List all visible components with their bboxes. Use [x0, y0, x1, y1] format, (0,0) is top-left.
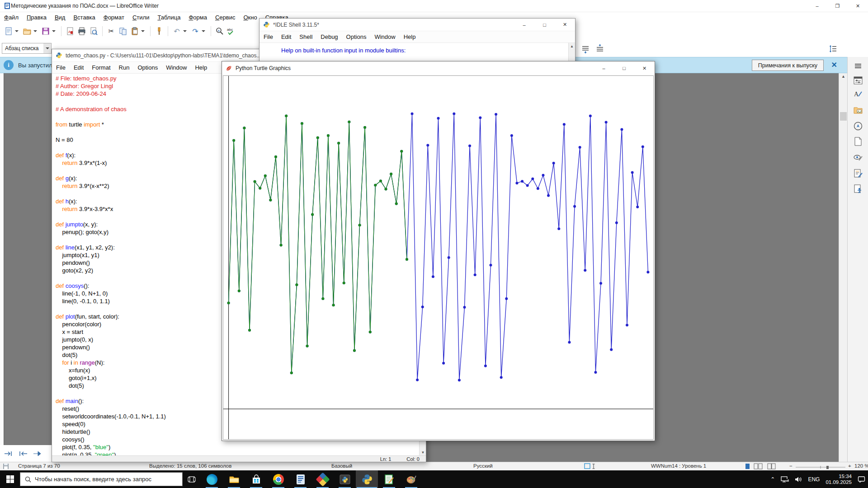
document-scrollbar[interactable]: ▲ [839, 73, 847, 462]
paragraph-style-status[interactable]: Базовый [331, 463, 352, 469]
menu-format[interactable]: Формат [99, 13, 128, 22]
next-marker-icon[interactable] [4, 450, 14, 457]
export-pdf-icon[interactable]: A [64, 25, 76, 37]
open-dropdown-icon[interactable] [33, 30, 37, 32]
zoom-out-icon[interactable]: − [789, 463, 793, 469]
page-deck-icon[interactable] [853, 136, 863, 147]
zoom-level-status[interactable]: 120 % [854, 463, 868, 469]
paste-dropdown-icon[interactable] [141, 30, 145, 32]
new-dropdown-icon[interactable] [15, 30, 19, 32]
taskbar-clock[interactable]: 15:34 01.09.2025 [826, 474, 852, 485]
editor-menu-run[interactable]: Run [115, 62, 134, 73]
save-dropdown-icon[interactable] [52, 30, 56, 32]
menu-window[interactable]: Окно [239, 13, 261, 22]
shell-close-button[interactable]: ✕ [555, 19, 575, 31]
editor-scroll-down-icon[interactable]: ▼ [420, 450, 426, 455]
menu-insert[interactable]: Вставка [69, 13, 99, 22]
shell-scroll-up-icon[interactable]: ▲ [569, 43, 575, 48]
task-view-icon[interactable] [183, 470, 201, 488]
taskbar-app-notepad[interactable] [378, 470, 400, 488]
redo-icon[interactable]: ↷ [189, 25, 201, 37]
save-icon[interactable] [40, 25, 52, 37]
undo-dropdown-icon[interactable] [183, 30, 187, 32]
cut-icon[interactable]: ✂ [105, 25, 117, 37]
taskbar-app-file-explorer[interactable] [223, 470, 245, 488]
editor-menu-window[interactable]: Window [162, 62, 191, 73]
language-status[interactable]: Русский [473, 463, 493, 469]
zoom-in-icon[interactable]: + [848, 463, 851, 469]
notification-center-icon[interactable] [858, 476, 865, 483]
infobar-close-icon[interactable]: ✕ [831, 61, 837, 69]
turtle-maximize-button[interactable]: □ [614, 61, 634, 75]
menu-tools[interactable]: Сервис [211, 13, 240, 22]
lo-minimize-button[interactable]: – [807, 0, 827, 12]
properties-deck-icon[interactable] [853, 75, 863, 86]
style-inspector-deck-icon[interactable] [853, 152, 863, 163]
shell-minimize-button[interactable]: – [514, 19, 534, 31]
spelling-icon[interactable]: abc [226, 25, 237, 37]
menu-table[interactable]: Таблица [153, 13, 184, 22]
combo-dropdown-icon[interactable] [43, 43, 51, 53]
navigate-icon[interactable] [33, 450, 42, 457]
selection-status[interactable]: Выделено: 15 слов, 106 символов [149, 463, 231, 469]
taskbar-app-idle-python[interactable] [356, 470, 378, 488]
scroll-up-icon[interactable]: ▲ [839, 74, 848, 79]
lo-close-button[interactable]: ✕ [848, 0, 868, 12]
turtle-close-button[interactable]: ✕ [634, 61, 655, 75]
editor-menu-edit[interactable]: Edit [70, 62, 88, 73]
copy-icon[interactable] [117, 25, 129, 37]
gallery-deck-icon[interactable] [853, 104, 863, 115]
paragraph-style-combo[interactable]: Абзац списка [2, 43, 52, 54]
shell-menu-shell[interactable]: Shell [295, 32, 316, 42]
tray-expand-icon[interactable]: ⌃ [770, 476, 775, 483]
clone-formatting-icon[interactable] [153, 25, 165, 37]
language-indicator[interactable]: ENG [808, 476, 820, 483]
menu-form[interactable]: Форма [184, 13, 211, 22]
taskbar-app-python-console[interactable] [334, 470, 356, 488]
shell-titlebar[interactable]: *IDLE Shell 3.11.5* – □ ✕ [259, 19, 575, 31]
shell-menu-edit[interactable]: Edit [277, 32, 295, 42]
menu-view[interactable]: Вид [51, 13, 70, 22]
line-spacing-icon[interactable] [827, 43, 839, 55]
accessibility-deck-icon[interactable] [853, 183, 863, 194]
shell-menu-window[interactable]: Window [370, 32, 399, 42]
menu-styles[interactable]: Стили [128, 13, 153, 22]
print-preview-icon[interactable] [88, 25, 99, 37]
shell-maximize-button[interactable]: □ [534, 19, 555, 31]
editor-menu-options[interactable]: Options [133, 62, 162, 73]
start-button[interactable] [0, 470, 20, 488]
volume-icon[interactable] [795, 476, 802, 483]
paste-icon[interactable] [129, 25, 141, 37]
undo-icon[interactable]: ↶ [171, 25, 183, 37]
selection-mode-icon[interactable] [584, 463, 598, 469]
turtle-minimize-button[interactable]: – [594, 61, 614, 75]
print-icon[interactable] [76, 25, 88, 37]
find-replace-icon[interactable]: a [214, 25, 226, 37]
editor-menu-file[interactable]: File [52, 62, 70, 73]
menu-edit[interactable]: Правка [23, 13, 51, 22]
shell-menu-options[interactable]: Options [342, 32, 371, 42]
taskbar-app-paint[interactable] [400, 470, 422, 488]
turtle-titlebar[interactable]: Python Turtle Graphics – □ ✕ [222, 61, 655, 75]
taskbar-app-edge[interactable] [201, 470, 223, 488]
taskbar-search[interactable] [20, 472, 183, 486]
sidebar-settings-icon[interactable] [853, 61, 863, 71]
lo-restore-button[interactable]: ❐ [827, 0, 848, 12]
paragraph-space-increase-icon[interactable] [580, 43, 591, 55]
editor-menu-help[interactable]: Help [191, 62, 211, 73]
view-layout-icons[interactable] [745, 463, 779, 469]
shell-menu-help[interactable]: Help [400, 32, 420, 42]
menu-file[interactable]: Файл [0, 13, 23, 22]
track-changes-deck-icon[interactable] [853, 168, 863, 179]
shell-menu-debug[interactable]: Debug [316, 32, 342, 42]
scrollbar-thumb[interactable] [840, 112, 847, 121]
taskbar-app-store[interactable] [245, 470, 267, 488]
redo-dropdown-icon[interactable] [202, 30, 205, 32]
paragraph-space-decrease-icon[interactable] [594, 43, 606, 55]
previous-marker-icon[interactable] [18, 450, 28, 457]
release-notes-button[interactable]: Примечания к выпуску [752, 60, 824, 71]
network-icon[interactable] [781, 476, 789, 483]
page-count-status[interactable]: Страница 7 из 70 [18, 463, 60, 469]
editor-menu-format[interactable]: Format [88, 62, 114, 73]
open-icon[interactable] [21, 25, 33, 37]
